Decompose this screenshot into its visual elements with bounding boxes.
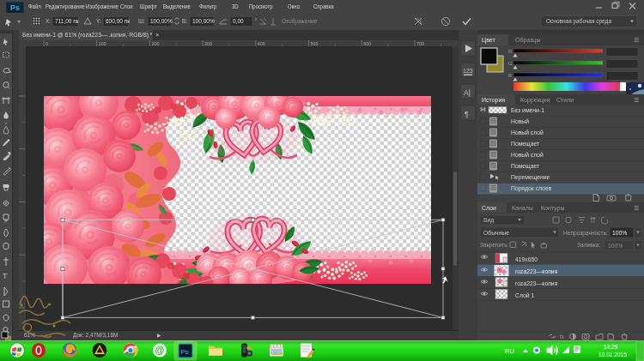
svg-text:600,00 пк: 600,00 пк	[106, 18, 130, 24]
svg-text:700: 700	[416, 41, 424, 46]
svg-text:Новый: Новый	[511, 118, 529, 124]
svg-text:G: G	[508, 61, 513, 66]
svg-text:roza223—копия: roza223—копия	[515, 268, 558, 274]
svg-text:Слой 1: Слой 1	[515, 292, 534, 298]
svg-text:История: История	[482, 97, 505, 104]
svg-text:0: 0	[46, 41, 48, 46]
svg-text:Ш:: Ш:	[138, 18, 145, 24]
svg-text:T: T	[3, 272, 8, 280]
svg-text:100,00%: 100,00%	[192, 18, 215, 24]
svg-text:R: R	[508, 49, 513, 54]
svg-text:В:: В:	[182, 18, 187, 24]
svg-text:Коррекция: Коррекция	[520, 97, 550, 104]
svg-text:Помещает: Помещает	[511, 141, 539, 147]
svg-text:@: @	[155, 345, 165, 355]
svg-text:Перемещение: Перемещение	[511, 174, 550, 181]
svg-text:100: 100	[99, 41, 106, 46]
svg-text:Заливка:: Заливка:	[577, 242, 600, 248]
svg-text:419x650: 419x650	[515, 256, 538, 262]
svg-text:☰: ☰	[634, 205, 639, 211]
svg-text:¶: ¶	[465, 110, 469, 118]
svg-text:100,00%: 100,00%	[150, 18, 173, 24]
svg-text:B: B	[508, 73, 512, 78]
svg-text:Закрепить:: Закрепить:	[480, 242, 509, 249]
svg-text:Новый слой: Новый слой	[511, 152, 544, 158]
svg-text:Порядок слоев: Порядок слоев	[511, 185, 552, 192]
svg-text:roza223—копия: roza223—копия	[515, 280, 558, 286]
svg-text:Каналы: Каналы	[512, 205, 533, 211]
svg-text:X:: X:	[46, 18, 51, 24]
svg-text:A|: A|	[464, 88, 471, 97]
svg-text:Y:: Y:	[96, 18, 101, 24]
svg-text:Цвет: Цвет	[482, 37, 495, 44]
svg-text:500: 500	[311, 41, 319, 46]
svg-text:10.02.2015: 10.02.2015	[598, 352, 627, 358]
svg-text:°: °	[255, 18, 258, 24]
svg-text:200: 200	[151, 41, 159, 46]
svg-text:Контуры: Контуры	[541, 205, 564, 212]
svg-text:0,00: 0,00	[233, 18, 244, 24]
svg-text:Образцы: Образцы	[515, 37, 540, 44]
svg-text:Без имени-1: Без имени-1	[511, 107, 544, 113]
svg-text:Слои: Слои	[482, 205, 496, 211]
svg-text:Стили: Стили	[556, 97, 574, 103]
svg-text:400: 400	[258, 41, 265, 46]
svg-text:☰: ☰	[634, 97, 639, 103]
svg-text:300: 300	[204, 41, 212, 46]
svg-text:711,00 пк: 711,00 пк	[55, 18, 79, 24]
svg-text:14:29: 14:29	[604, 344, 618, 350]
svg-text:Помещает: Помещает	[511, 163, 539, 170]
svg-text:Обычные: Обычные	[483, 230, 509, 236]
svg-text:Отображение: Отображение	[282, 18, 318, 25]
svg-text:Непрозрачность:: Непрозрачность:	[563, 230, 608, 237]
svg-text:fx: fx	[560, 334, 565, 340]
svg-text:123: 123	[463, 68, 473, 74]
svg-text:100%: 100%	[612, 230, 627, 236]
svg-text:Новый слой: Новый слой	[511, 129, 544, 135]
svg-text:600: 600	[363, 41, 371, 46]
svg-text:Основная рабочая среда: Основная рабочая среда	[546, 18, 611, 25]
svg-text:☰: ☰	[634, 37, 639, 43]
svg-text:Вид: Вид	[483, 217, 494, 224]
svg-text:100%: 100%	[608, 243, 623, 249]
svg-text:RU: RU	[505, 347, 514, 355]
svg-text:Ps: Ps	[181, 348, 189, 356]
